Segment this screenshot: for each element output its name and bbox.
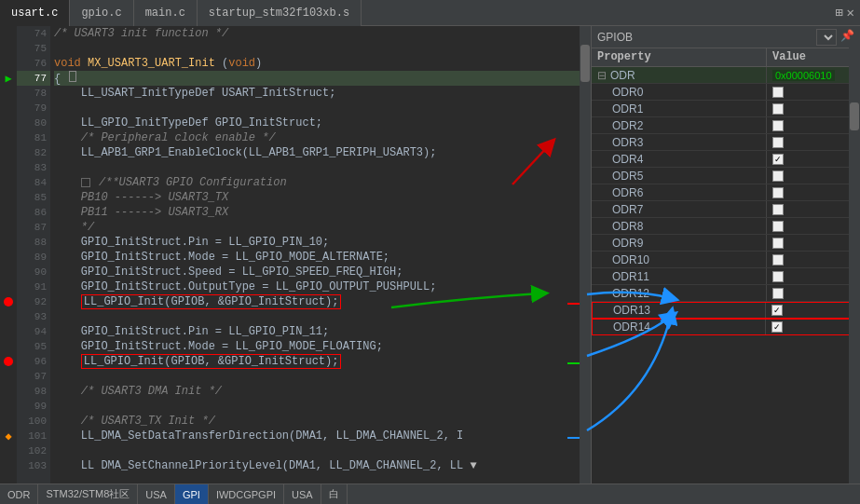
prop-value-odr11 [767,268,860,284]
prop-row-odr0: ODR0 [592,84,860,101]
code-scroll-thumb [580,45,590,82]
prop-name-odr5: ODR5 [592,168,767,184]
current-line-arrow: ▶ [5,72,11,86]
code-line-103: LL DMA_SetChannelPriorityLevel(DMA1, LL_… [54,458,591,473]
line-num-75: 75 [17,41,50,56]
code-line-87: */ [54,220,591,235]
status-usa2: USA [284,484,321,504]
code-line-98: /* USART3 DMA Init */ [54,384,591,399]
line-num-102: 102 [17,443,50,458]
prop-value-odr: 0x00006010 [767,67,860,83]
gutter-96[interactable] [2,354,15,369]
checkbox-odr5[interactable] [772,170,784,182]
gutter-98 [2,384,15,399]
prop-row-odr4: ODR4 [592,151,860,168]
gutter-97 [2,369,15,384]
prop-row-odr8: ODR8 [592,218,860,235]
main-content: ▶ ◆ [0,26,860,484]
checkbox-odr2[interactable] [772,120,784,131]
prop-row-odr5: ODR5 [592,168,860,184]
red-box-96: LL_GPIO_Init(GPIOB, &GPIO_InitStruct); [81,354,342,369]
code-content: /* USART3 init function */ void MX_USART… [50,26,591,484]
tab-startup[interactable]: startup_stm32f103xb.s [198,0,362,26]
code-line-96: LL_GPIO_Init(GPIOB, &GPIO_InitStruct); [54,354,591,369]
line-num-99: 99 [17,399,50,414]
checkbox-odr0[interactable] [772,87,784,98]
code-line-76: void MX_USART3_UART_Init (void) [54,56,591,71]
breakpoint-96 [4,357,13,366]
panel-title: GPIOB [597,31,633,44]
checkbox-odr14[interactable] [771,321,783,333]
panel-dropdown[interactable] [816,29,837,46]
checkbox-odr6[interactable] [772,187,784,198]
line-num-82: 82 [17,145,50,160]
panel-pin-icon[interactable]: 📌 [840,29,854,46]
checkbox-odr3[interactable] [772,137,784,148]
prop-value-odr10 [767,252,860,267]
checkbox-odr12[interactable] [772,288,784,299]
checkbox-odr13[interactable] [771,305,783,316]
prop-value-odr12 [767,285,860,301]
right-scrollbar[interactable] [849,47,860,484]
checkbox-odr7[interactable] [772,204,784,215]
right-panel: GPIOB 📌 Property Value ⊟ ODR 0x00006010 [592,26,860,484]
checkbox-odr9[interactable] [772,238,784,249]
prop-value-odr5 [767,168,860,184]
line-num-94: 94 [17,324,50,339]
prop-name-odr4: ODR4 [592,151,767,167]
code-line-92: LL_GPIO_Init(GPIOB, &GPIO_InitStruct); [54,294,591,309]
pin-icon[interactable]: ⊞ [835,5,842,20]
tab-gpio-c[interactable]: gpio.c [70,0,133,26]
gutter-92[interactable] [2,294,15,309]
checkbox-odr8[interactable] [772,221,784,232]
line-num-97: 97 [17,369,50,384]
prop-name-odr: ⊟ ODR [592,67,767,83]
line-num-76: 76 [17,56,50,71]
gutter-88 [2,235,15,250]
tab-usart-c[interactable]: usart.c [0,0,70,26]
close-icon[interactable]: ✕ [847,5,854,20]
prop-name-odr10: ODR10 [592,252,767,267]
checkbox-odr1[interactable] [772,103,784,115]
checkbox-odr4[interactable] [772,154,784,165]
gutter-99 [2,399,15,414]
prop-name-odr7: ODR7 [592,201,767,217]
line-num-83: 83 [17,160,50,175]
prop-row-odr14: ODR14 [592,319,860,335]
gutter-91 [2,279,15,294]
line-num-89: 89 [17,250,50,265]
right-scroll-thumb [850,102,859,130]
prop-row-odr9: ODR9 [592,235,860,252]
line-num-79: 79 [17,101,50,116]
gutter-82 [2,145,15,160]
gutter-95 [2,339,15,354]
line-num-74: 74 [17,26,50,41]
code-line-89: GPIO_InitStruct.Mode = LL_GPIO_MODE_ALTE… [54,250,591,265]
panel-header: GPIOB 📌 [592,26,860,48]
tab-main-c[interactable]: main.c [134,0,198,26]
prop-name-odr11: ODR11 [592,268,767,284]
prop-name-odr3: ODR3 [592,134,767,150]
line-num-101: 101 [17,429,50,443]
checkbox-odr11[interactable] [772,271,784,282]
code-line-86: PB11 ------> USART3_RX [54,205,591,220]
prop-name-odr6: ODR6 [592,184,767,200]
code-scrollbar[interactable] [580,26,591,484]
code-line-79 [54,101,591,116]
breakpoint-92 [4,297,13,306]
gutter-90 [2,265,15,279]
code-line-90: GPIO_InitStruct.Speed = LL_GPIO_SPEED_FR… [54,265,591,279]
code-line-84: /**USART3 GPIO Configuration [54,175,591,190]
prop-value-odr9 [767,235,860,251]
prop-row-odr13: ODR13 [592,302,860,319]
gutter-89 [2,250,15,265]
checkbox-odr10[interactable] [772,254,784,266]
prop-row-odr: ⊟ ODR 0x00006010 [592,67,860,84]
cursor-blink [69,71,76,82]
prop-value-odr7 [767,201,860,217]
status-bar: ODR STM32/STM8社区 USA GPI IWDCGPGPI USA 白 [0,484,860,504]
fold-icon-84[interactable] [81,178,90,187]
code-line-75 [54,41,591,56]
expand-icon-odr[interactable]: ⊟ [597,69,607,82]
line-num-85: 85 [17,190,50,205]
